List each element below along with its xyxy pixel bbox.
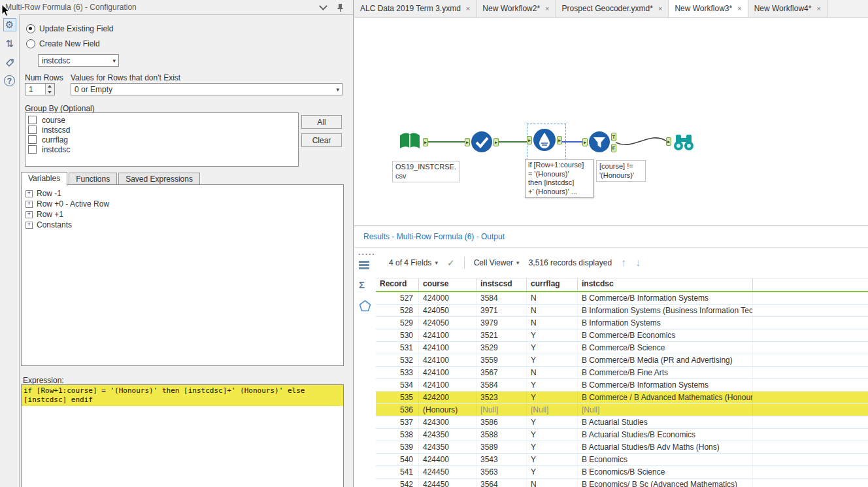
apply-checkmark-icon[interactable]: ✓: [447, 258, 455, 268]
cell-course[interactable]: 424200: [419, 392, 476, 403]
cell-instcdsc[interactable]: B Information Systems: [578, 317, 753, 329]
cell-currflag[interactable]: Y: [527, 429, 578, 441]
input-anchor[interactable]: ▸: [527, 136, 532, 144]
cell-instscsd[interactable]: [Null]: [476, 404, 527, 416]
tab-close-icon[interactable]: ×: [545, 5, 549, 12]
expression-editor[interactable]: if [Row+1:course] = '(Honours)' then [in…: [21, 384, 344, 487]
cell-currflag[interactable]: N: [527, 305, 578, 316]
cell-instcdsc[interactable]: B Economics/ B Sc (Advanced Mathematics): [578, 479, 753, 487]
cell-instscsd[interactable]: 3521: [476, 329, 527, 341]
cell-instcdsc[interactable]: B Commerce/B Information Systems: [578, 292, 753, 304]
tab-close-icon[interactable]: ×: [466, 5, 470, 12]
cell-instscsd[interactable]: 3543: [476, 454, 527, 465]
spinner-buttons[interactable]: [45, 84, 54, 95]
doc-tab[interactable]: Prospect Geocoder.yxmd*×: [556, 0, 669, 17]
cell-record[interactable]: 532: [376, 354, 419, 366]
cell-record[interactable]: 528: [376, 305, 419, 316]
cell-record[interactable]: 527: [376, 292, 419, 304]
cell-instscsd[interactable]: 3529: [476, 342, 527, 354]
wire-filter-browse[interactable]: [616, 138, 667, 144]
group-by-listbox[interactable]: courseinstscsdcurrflaginstcdsc: [25, 112, 299, 167]
cell-record[interactable]: 531: [376, 342, 419, 354]
cell-course[interactable]: 424350: [419, 441, 476, 453]
table-row[interactable]: 5384243503588YB Actuarial Studies/B Econ…: [376, 429, 868, 441]
tree-item[interactable]: +Row -1: [22, 188, 343, 199]
help-icon[interactable]: ?: [4, 75, 15, 86]
cell-instcdsc[interactable]: B Actuarial Studies: [578, 416, 753, 428]
cell-course[interactable]: 424050: [419, 317, 476, 329]
true-output-anchor[interactable]: T: [611, 133, 616, 141]
cell-instcdsc[interactable]: [Null]: [578, 404, 753, 416]
expand-plus-icon[interactable]: +: [25, 211, 33, 218]
cell-instscsd[interactable]: 3586: [476, 416, 527, 428]
spinner-up-icon[interactable]: [46, 84, 54, 90]
all-button[interactable]: All: [301, 115, 342, 129]
table-row[interactable]: 5334241003567NB Commerce/B Fine Arts: [376, 367, 868, 379]
cell-instscsd[interactable]: 3567: [476, 367, 527, 378]
results-metadata-icon[interactable]: Σ: [359, 279, 365, 290]
cell-instcdsc[interactable]: B Actuarial Studies/B Economics: [578, 429, 753, 441]
cell-record[interactable]: 530: [376, 329, 419, 341]
cell-instscsd[interactable]: 3971: [476, 305, 527, 316]
cell-viewer-dropdown[interactable]: Cell Viewer ▾: [474, 258, 520, 267]
cell-course[interactable]: 424100: [419, 367, 476, 378]
group-by-item[interactable]: instcdsc: [25, 144, 298, 154]
cell-course[interactable]: 424000: [419, 292, 476, 304]
false-output-anchor[interactable]: F: [611, 144, 616, 152]
doc-tab[interactable]: New Workflow4*×: [748, 0, 827, 17]
table-row[interactable]: 5374243003586YB Actuarial Studies: [376, 416, 868, 429]
cell-instcdsc[interactable]: B Commerce/B Media (PR and Advertising): [578, 354, 753, 366]
tag-icon[interactable]: [3, 56, 16, 69]
browse-tool[interactable]: ▸: [672, 129, 695, 155]
cell-instcdsc[interactable]: B Economics/B Science: [578, 466, 753, 478]
group-by-item[interactable]: currflag: [25, 135, 298, 144]
variables-tree[interactable]: +Row -1+Row +0 - Active Row+Row +1+Const…: [21, 184, 344, 366]
cell-instscsd[interactable]: 3588: [476, 429, 527, 441]
select-tool[interactable]: ▸ ▸: [471, 131, 493, 155]
filter-tool[interactable]: ▸ T F: [588, 131, 610, 155]
doc-tab[interactable]: New Workflow2*×: [476, 0, 556, 17]
cell-course[interactable]: 424050: [419, 305, 476, 316]
tab-saved-expressions[interactable]: Saved Expressions: [118, 173, 200, 186]
cell-currflag[interactable]: [Null]: [527, 404, 578, 416]
expand-plus-icon[interactable]: +: [25, 201, 33, 208]
cell-instcdsc[interactable]: B Economics: [578, 454, 753, 465]
clear-button[interactable]: Clear: [301, 133, 342, 147]
multirow-tool-annotation[interactable]: if [Row+1:course]= '(Honours)'then [inst…: [525, 159, 593, 198]
column-header-currflag[interactable]: currflag: [527, 278, 578, 291]
checkbox-unchecked-icon[interactable]: [28, 145, 37, 154]
output-anchor[interactable]: ▸: [557, 136, 562, 144]
navigation-arrows-icon[interactable]: ⇅: [3, 37, 16, 50]
group-by-item[interactable]: course: [25, 115, 298, 125]
cell-instcdsc[interactable]: B Commerce/B Science: [578, 342, 753, 354]
table-row[interactable]: 5274240003584NB Commerce/B Information S…: [376, 292, 868, 305]
tree-item[interactable]: +Row +0 - Active Row: [22, 199, 343, 209]
cell-record[interactable]: 537: [376, 416, 419, 428]
tab-functions[interactable]: Functions: [69, 173, 117, 186]
workflow-canvas[interactable]: ▸ ▸ ▸ ▸ ▸ ▸ T: [354, 18, 868, 226]
cell-instscsd[interactable]: 3559: [476, 354, 527, 366]
cell-currflag[interactable]: N: [527, 292, 578, 304]
cell-currflag[interactable]: Y: [527, 354, 578, 366]
cell-course[interactable]: 424450: [419, 466, 476, 478]
table-row[interactable]: 5414244503563YB Economics/B Science: [376, 466, 868, 479]
tab-close-icon[interactable]: ×: [737, 5, 741, 12]
cell-course[interactable]: 424100: [419, 329, 476, 341]
cell-record[interactable]: 535: [376, 392, 419, 403]
multi-row-formula-tool[interactable]: ▸ ▸: [533, 128, 556, 154]
column-header-instcdsc[interactable]: instcdsc: [578, 278, 753, 291]
tree-item[interactable]: +Row +1: [22, 209, 343, 220]
group-by-item[interactable]: instscsd: [25, 125, 298, 135]
cell-instscsd[interactable]: 3979: [476, 317, 527, 329]
cell-course[interactable]: 424100: [419, 379, 476, 391]
output-anchor[interactable]: ▸: [423, 138, 428, 146]
cell-instcdsc[interactable]: B Information Systems (Business Informat…: [578, 305, 753, 316]
cell-currflag[interactable]: Y: [527, 466, 578, 478]
cell-instcdsc[interactable]: B Commerce / B Advanced Mathematics (Hon…: [578, 392, 753, 403]
expand-plus-icon[interactable]: +: [25, 190, 33, 197]
cell-instscsd[interactable]: 3584: [476, 292, 527, 304]
table-row[interactable]: 5304241003521YB Commerce/B Economics: [376, 329, 868, 342]
column-header-record[interactable]: Record: [376, 278, 419, 291]
input-tool-annotation[interactable]: OS19_INSTCRSE.csv: [392, 161, 459, 182]
cell-currflag[interactable]: Y: [527, 329, 578, 341]
